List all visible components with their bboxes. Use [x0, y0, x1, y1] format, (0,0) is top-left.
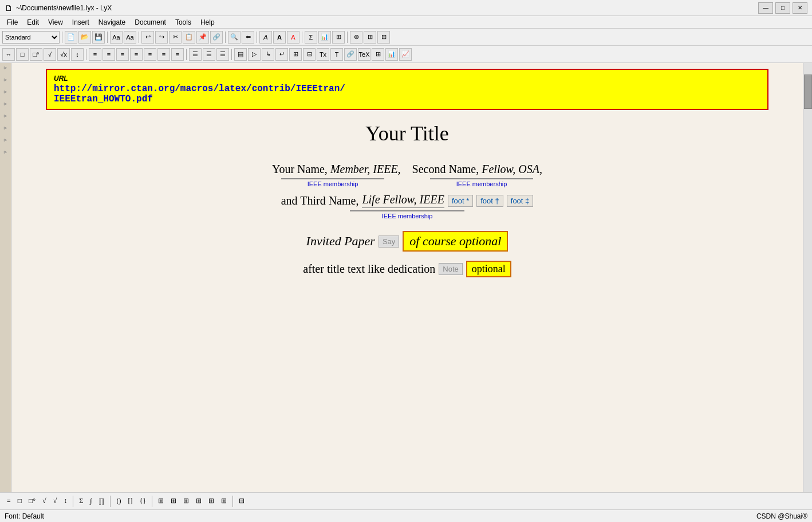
foot-box-1: foot * — [448, 195, 473, 207]
window-controls: — □ ✕ — [758, 2, 807, 14]
font-bold-button[interactable]: A — [273, 31, 286, 44]
bt-int[interactable]: ∫ — [88, 496, 94, 506]
tb2-btn3[interactable]: □° — [30, 48, 42, 61]
toolbar-sep-6 — [302, 32, 302, 43]
tb2-list1[interactable]: ☰ — [189, 48, 202, 61]
save-button[interactable]: 💾 — [92, 31, 105, 44]
menu-navigate[interactable]: Navigate — [94, 17, 130, 28]
close-button[interactable]: ✕ — [793, 2, 807, 14]
table-button[interactable]: ⊞ — [332, 31, 345, 44]
tb2-align1[interactable]: ≡ — [89, 48, 101, 61]
bt-table1[interactable]: ⊞ — [168, 496, 179, 506]
tb2-align7[interactable]: ≡ — [171, 48, 184, 61]
tb2-list3[interactable]: ☰ — [216, 48, 229, 61]
tb2-align2[interactable]: ≡ — [103, 48, 115, 61]
font-color-button[interactable]: A — [287, 31, 299, 44]
bt-brace[interactable]: {} — [137, 496, 148, 506]
membership-label-2: IEEE membership — [430, 179, 533, 187]
bt-table2[interactable]: ⊞ — [181, 496, 191, 506]
bt-bracket[interactable]: [] — [125, 496, 135, 506]
maximize-button[interactable]: □ — [775, 2, 790, 14]
tb2-special2[interactable]: ▷ — [248, 48, 261, 61]
menu-tools[interactable]: Tools — [171, 17, 196, 28]
minimize-button[interactable]: — — [758, 2, 773, 14]
after-title-text: after title text like dedication — [303, 262, 435, 276]
redo-button[interactable]: ↪ — [155, 31, 168, 44]
tb2-ref[interactable]: Tx — [317, 48, 329, 61]
open-button[interactable]: 📂 — [78, 31, 91, 44]
font-italic-button[interactable]: A — [259, 31, 272, 44]
bt-prod[interactable]: ∏ — [97, 496, 107, 506]
bt-btn6[interactable]: ↕ — [61, 496, 69, 506]
bt-special[interactable]: ⊟ — [236, 496, 247, 506]
spellcheck2-button[interactable]: Aa — [124, 31, 136, 44]
window-title: ~\Documents\newfile1.lyx - LyX — [16, 4, 758, 12]
tb2-btn2[interactable]: □ — [16, 48, 29, 61]
back-button[interactable]: ⬅ — [242, 31, 254, 44]
tb2-note[interactable]: T — [330, 48, 343, 61]
menu-edit[interactable]: Edit — [22, 17, 44, 28]
bt-table3[interactable]: ⊞ — [194, 496, 204, 506]
invited-paper-line: Invited Paper Say of course optional — [46, 231, 768, 252]
tb2-special1[interactable]: ▤ — [234, 48, 247, 61]
tb2-list2[interactable]: ☰ — [203, 48, 215, 61]
tb2-extra[interactable]: 📊 — [385, 48, 398, 61]
url-label: URL — [54, 74, 760, 83]
margin-marker-4: ⊳ — [3, 101, 7, 107]
bt-btn1[interactable]: ≡ — [5, 496, 13, 506]
bt-btn5[interactable]: √ — [51, 496, 60, 506]
bt-matrix[interactable]: ⊞ — [156, 496, 166, 506]
scrollbar-thumb[interactable] — [804, 74, 812, 109]
tb2-link[interactable]: 🔗 — [344, 48, 357, 61]
bt-table5[interactable]: ⊞ — [219, 496, 229, 506]
tb2-graph[interactable]: 📈 — [399, 48, 412, 61]
menu-file[interactable]: File — [2, 17, 22, 28]
tb2-align5[interactable]: ≡ — [144, 48, 156, 61]
undo-button[interactable]: ↩ — [141, 31, 154, 44]
url-line2: IEEEtran_HOWTO.pdf — [54, 94, 760, 104]
menu-view[interactable]: View — [44, 17, 68, 28]
bt-btn4[interactable]: √ — [40, 496, 49, 506]
spellcheck-button[interactable]: Aa — [110, 31, 123, 44]
tb2-align3[interactable]: ≡ — [116, 48, 129, 61]
special3-button[interactable]: ⊞ — [377, 31, 390, 44]
copy-button[interactable]: 📋 — [183, 31, 195, 44]
tb2-align4[interactable]: ≡ — [130, 48, 143, 61]
tb2-btn4[interactable]: √ — [44, 48, 56, 61]
paste2-button[interactable]: 🔗 — [210, 31, 223, 44]
menu-insert[interactable]: Insert — [68, 17, 94, 28]
style-select[interactable]: Standard — [2, 31, 60, 44]
tb2-btn6[interactable]: ↕ — [71, 48, 84, 61]
tb2-btn5[interactable]: √x — [57, 48, 70, 61]
bt-table4[interactable]: ⊞ — [206, 496, 216, 506]
sum-button[interactable]: Σ — [305, 31, 317, 44]
tb2-special3[interactable]: ↳ — [262, 48, 274, 61]
tb2-align6[interactable]: ≡ — [157, 48, 170, 61]
optional-small-box: optional — [466, 261, 511, 277]
right-scrollbar[interactable] — [803, 63, 812, 492]
tb2-special5[interactable]: ⊞ — [289, 48, 302, 61]
menu-help[interactable]: Help — [196, 17, 219, 28]
search-button[interactable]: 🔍 — [228, 31, 241, 44]
bt-sum[interactable]: Σ — [77, 496, 85, 506]
special1-button[interactable]: ⊗ — [350, 31, 362, 44]
tb2-table2[interactable]: ⊞ — [372, 48, 384, 61]
tb2-special6[interactable]: ⊟ — [303, 48, 316, 61]
bt-paren[interactable]: () — [114, 496, 123, 506]
bt-btn2[interactable]: □ — [15, 496, 24, 506]
new-file-button[interactable]: 📄 — [65, 31, 77, 44]
margin-marker-1: ⊳ — [3, 65, 7, 70]
tb2-btn1[interactable]: ↔ — [2, 48, 15, 61]
tb2-math[interactable]: TeX — [358, 48, 370, 61]
bt-btn3[interactable]: □° — [26, 496, 38, 506]
special2-button[interactable]: ⊞ — [364, 31, 376, 44]
tb2-special4[interactable]: ↵ — [275, 48, 288, 61]
cut-button[interactable]: ✂ — [169, 31, 182, 44]
paste-button[interactable]: 📌 — [196, 31, 209, 44]
author1-role: Member, IEEE, — [330, 163, 401, 175]
toolbar-sep-2 — [107, 32, 108, 43]
menu-document[interactable]: Document — [130, 17, 171, 28]
content-area[interactable]: URL http://mirror.ctan.org/macros/latex/… — [11, 63, 803, 492]
main-area: ⊳ ⊳ ⊳ ⊳ ⊳ ⊳ ⊳ ⊳ URL http://mirror.ctan.o… — [0, 63, 812, 492]
chart-button[interactable]: 📊 — [318, 31, 331, 44]
